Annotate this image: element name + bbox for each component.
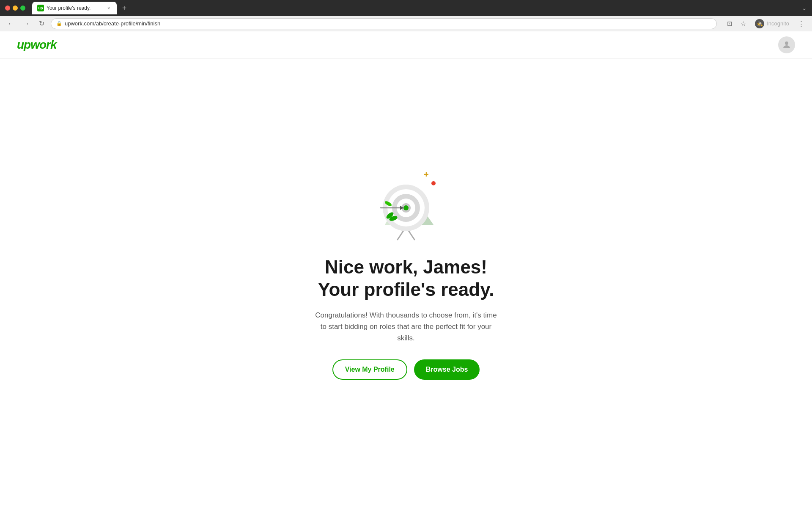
- view-profile-button[interactable]: View My Profile: [332, 359, 407, 380]
- cta-buttons: View My Profile Browse Jobs: [332, 359, 480, 380]
- success-illustration: +: [359, 153, 453, 246]
- svg-point-0: [785, 41, 788, 45]
- forward-button[interactable]: →: [20, 18, 32, 30]
- tab-list-button[interactable]: ⌄: [802, 5, 807, 11]
- browser-actions: ⊡ ☆ 🕵 Incognito ⋮: [724, 18, 807, 30]
- address-bar: ← → ↻ 🔒 upwork.com/ab/create-profile/min…: [0, 16, 812, 31]
- upwork-logo[interactable]: upwork: [17, 38, 57, 52]
- browse-jobs-button[interactable]: Browse Jobs: [414, 359, 480, 380]
- incognito-button[interactable]: 🕵 Incognito: [751, 18, 793, 30]
- tab-title: Your profile's ready.: [47, 5, 103, 11]
- bookmark-icon[interactable]: ☆: [737, 18, 749, 30]
- top-nav: upwork: [0, 31, 812, 58]
- new-tab-button[interactable]: +: [118, 2, 130, 14]
- refresh-button[interactable]: ↻: [36, 18, 47, 30]
- svg-point-10: [403, 205, 409, 210]
- back-button[interactable]: ←: [5, 18, 17, 30]
- tab-favicon: up: [37, 5, 44, 11]
- user-avatar[interactable]: [778, 36, 795, 53]
- headline: Nice work, James! Your profile's ready.: [318, 256, 494, 301]
- svg-text:+: +: [424, 170, 429, 179]
- close-window-button[interactable]: [5, 6, 10, 11]
- incognito-label: Incognito: [767, 20, 789, 27]
- incognito-avatar-icon: 🕵: [755, 19, 764, 28]
- lock-icon: 🔒: [56, 21, 62, 26]
- url-bar[interactable]: 🔒 upwork.com/ab/create-profile/min/finis…: [51, 18, 717, 29]
- subtext: Congratulations! With thousands to choos…: [313, 309, 499, 344]
- active-tab[interactable]: up Your profile's ready. ×: [32, 2, 117, 14]
- headline-line2: Your profile's ready.: [318, 279, 494, 301]
- headline-line1: Nice work, James!: [318, 256, 494, 279]
- page: upwork: [0, 31, 812, 508]
- minimize-window-button[interactable]: [13, 6, 18, 11]
- tab-close-button[interactable]: ×: [106, 5, 112, 11]
- main-content: + Nice work, James! Your profile's ready…: [0, 58, 812, 508]
- url-text: upwork.com/ab/create-profile/min/finish: [65, 20, 160, 27]
- svg-point-17: [431, 181, 436, 185]
- maximize-window-button[interactable]: [20, 6, 25, 11]
- menu-button[interactable]: ⋮: [795, 18, 807, 30]
- tab-bar: up Your profile's ready. × + ⌄: [32, 2, 807, 14]
- traffic-lights: [5, 6, 25, 11]
- browser-chrome: up Your profile's ready. × + ⌄: [0, 0, 812, 16]
- cast-icon[interactable]: ⊡: [724, 18, 735, 30]
